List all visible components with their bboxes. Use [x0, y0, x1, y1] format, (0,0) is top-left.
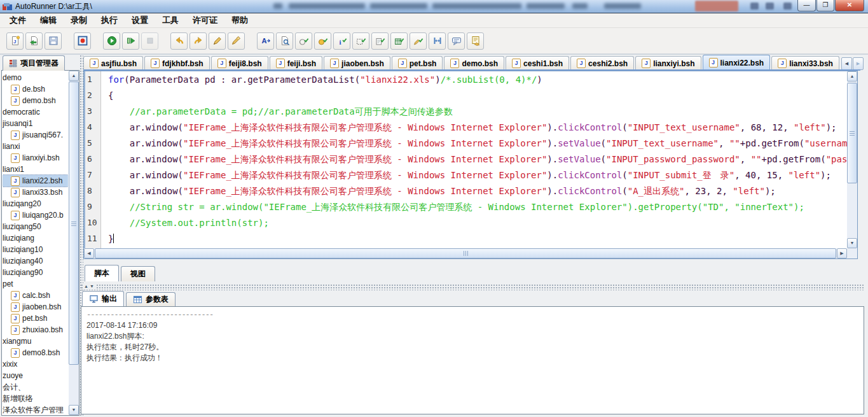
checkpoint-table-button[interactable] [390, 32, 408, 50]
tab-scroll-left-icon[interactable]: ◀ [841, 57, 852, 70]
checkpoint-region-button[interactable] [352, 32, 369, 50]
code-line-11[interactable]: } [108, 234, 847, 248]
tree-item-liuziqang50[interactable]: liuziqang50 [3, 221, 68, 232]
comment-button[interactable] [448, 32, 465, 50]
menu-item-edit[interactable]: 编辑 [33, 13, 64, 27]
tree-item-lianxi22-bsh[interactable]: Jlianxi22.bsh [3, 175, 68, 187]
menu-item-tools[interactable]: 工具 [155, 13, 186, 27]
editor-tab-lianxi33-bsh[interactable]: Jlianxi33.bsh [771, 56, 839, 70]
tree-item-de-bsh[interactable]: Jde.bsh [3, 83, 68, 95]
tree-item-demo-bsh[interactable]: Jdemo.bsh [3, 95, 68, 106]
editor-tab-jiaoben-bsh[interactable]: Jjiaoben.bsh [324, 56, 390, 70]
tree-item-xiangmu[interactable]: xiangmu [3, 336, 68, 347]
splitter-collapse-icons[interactable]: ▲▼ [83, 284, 97, 288]
scroll-down-icon[interactable]: ▼ [847, 238, 857, 248]
menu-item-license[interactable]: 许可证 [186, 13, 224, 27]
editor-vscroll-thumb[interactable] [847, 83, 857, 183]
edit-object-batch-button[interactable] [228, 32, 245, 50]
scroll-right-icon[interactable]: ▶ [837, 248, 847, 258]
run-button[interactable] [103, 32, 120, 50]
output-tab-参数表[interactable]: 参数表 [126, 292, 176, 306]
tree-item-xixix[interactable]: xixix [3, 358, 68, 370]
tree-item-zuoye[interactable]: zuoye [3, 370, 68, 381]
checkpoint-text-button[interactable] [371, 32, 389, 50]
editor-hscroll-thumb[interactable] [95, 248, 836, 258]
scroll-up-icon[interactable]: ▲ [69, 71, 79, 81]
tree-item-lianxi33-bsh[interactable]: Jlianxi33.bsh [3, 187, 68, 198]
tree-item-jisuanqi567-[interactable]: Jjisuanqi567. [3, 129, 68, 141]
code-line-10[interactable]: //System.out.println(str); [108, 218, 847, 234]
tree-item-lianxiyi-bsh[interactable]: Jlianxiyi.bsh [3, 152, 68, 164]
tree-item-liuziqiang90[interactable]: liuziqiang90 [3, 267, 68, 278]
menu-item-settings[interactable]: 设置 [125, 13, 155, 27]
editor-tab-feiji8-bsh[interactable]: Jfeiji8.bsh [211, 56, 268, 70]
close-button[interactable]: ✕ [835, 0, 864, 11]
tab-scroll-right-icon[interactable]: ▶ [853, 57, 864, 70]
view-tab-view[interactable]: 视图 [121, 266, 155, 281]
editor-tab-lianxiyi-bsh[interactable]: Jlianxiyi.bsh [635, 56, 701, 70]
output-splitter[interactable]: ▲▼ [81, 284, 864, 290]
checkpoint-object-button[interactable] [295, 32, 312, 50]
code-line-2[interactable]: { [108, 90, 847, 106]
editor-tab-feiji-bsh[interactable]: Jfeiji.bsh [270, 56, 322, 70]
menu-item-help[interactable]: 帮助 [224, 13, 255, 27]
undo-button[interactable] [170, 32, 188, 50]
code-line-6[interactable]: ar.window("IEFrame_上海泽众软件科技有限公司客户管理系统 - … [108, 154, 847, 170]
record-button[interactable] [74, 32, 91, 50]
code-line-4[interactable]: ar.window("IEFrame_上海泽众软件科技有限公司客户管理系统 - … [108, 122, 847, 138]
view-source-button[interactable] [276, 32, 293, 50]
menu-item-record[interactable]: 录制 [64, 13, 94, 27]
rename-button[interactable]: A [257, 32, 274, 50]
edit-object-button[interactable] [209, 32, 226, 50]
checkpoint-edit-button[interactable] [410, 32, 427, 50]
code-line-5[interactable]: ar.window("IEFrame_上海泽众软件科技有限公司客户管理系统 - … [108, 138, 847, 154]
scroll-left-icon[interactable]: ◀ [84, 248, 94, 258]
tree-item-liuziqiang40[interactable]: liuziqiang40 [3, 255, 68, 267]
code-line-7[interactable]: ar.window("IEFrame_上海泽众软件科技有限公司客户管理系统 - … [108, 170, 847, 186]
save-button[interactable] [45, 32, 62, 50]
editor-tab-pet-bsh[interactable]: Jpet.bsh [392, 56, 443, 70]
scroll-up-icon[interactable]: ▲ [847, 71, 857, 81]
tree-item----[interactable]: 会计、 [3, 381, 68, 393]
tree-item-demo8-bsh[interactable]: Jdemo8.bsh [3, 347, 68, 358]
checkpoint-property-button[interactable]: i [333, 32, 350, 50]
sync-point-button[interactable] [429, 32, 446, 50]
output-tab-输出[interactable]: 输出 [82, 291, 124, 306]
code-line-9[interactable]: //String str = ar.window("IEFrame_上海泽众软件… [108, 202, 847, 218]
tree-item-democratic[interactable]: democratic [3, 106, 68, 118]
editor-tab-demo-bsh[interactable]: Jdemo.bsh [444, 56, 504, 70]
menu-item-file[interactable]: 文件 [3, 13, 33, 27]
tab-project-manager[interactable]: 项目管理器 [3, 55, 65, 71]
code-line-1[interactable]: for(ParameterData pd : ar.getParameterDa… [108, 74, 847, 90]
tree-item---------[interactable]: 泽众软件客户管理 [3, 404, 68, 415]
tree-scrollbar-thumb[interactable] [69, 81, 79, 365]
editor-horizontal-scrollbar[interactable]: ◀ ▶ [84, 248, 847, 258]
redo-button[interactable] [189, 32, 207, 50]
code-area[interactable]: for(ParameterData pd : ar.getParameterDa… [102, 71, 847, 248]
tree-item-liuziqiang[interactable]: liuziqiang [3, 232, 68, 244]
tree-item-demo[interactable]: demo [3, 72, 68, 83]
editor-tab-asjfiu-bsh[interactable]: Jasjfiu.bsh [83, 56, 143, 70]
checkpoint-value-button[interactable] [314, 32, 331, 50]
tree-item-pet[interactable]: pet [3, 278, 68, 290]
tree-item-----[interactable]: 新增联络 [3, 393, 68, 404]
view-tab-script[interactable]: 脚本 [85, 265, 119, 281]
tree-item-liuziqiang10[interactable]: liuziqiang10 [3, 244, 68, 255]
tree-item-liuziqang20[interactable]: liuziqang20 [3, 198, 68, 209]
tree-item-liuiqang20-b[interactable]: Jliuiqang20.b [3, 209, 68, 221]
tree-scrollbar[interactable]: ▲ ▼ [69, 71, 79, 415]
tree-item-pet-bsh[interactable]: Jpet.bsh [3, 313, 68, 324]
open-script-button[interactable] [25, 32, 43, 50]
new-script-button[interactable]: J [6, 32, 24, 50]
editor-tab-lianxi22-bsh[interactable]: Jlianxi22.bsh [703, 55, 771, 70]
step-run-button[interactable] [122, 32, 139, 50]
scroll-down-icon[interactable]: ▼ [69, 405, 79, 415]
code-line-8[interactable]: ar.window("IEFrame_上海泽众软件科技有限公司客户管理系统 - … [108, 186, 847, 202]
tree-item-calc-bsh[interactable]: Jcalc.bsh [3, 290, 68, 301]
editor-tab-ceshi1-bsh[interactable]: Jceshi1.bsh [506, 56, 569, 70]
tree-item-zhuxiao-bsh[interactable]: Jzhuxiao.bsh [3, 324, 68, 336]
code-line-3[interactable]: //ar.parameterData = pd;//ar.parameterDa… [108, 106, 847, 122]
restore-button[interactable]: ❐ [816, 0, 834, 11]
editor-tab-fdjkhbf-bsh[interactable]: Jfdjkhbf.bsh [144, 56, 210, 70]
tree-item-jiaoben-bsh[interactable]: Jjiaoben.bsh [3, 301, 68, 313]
